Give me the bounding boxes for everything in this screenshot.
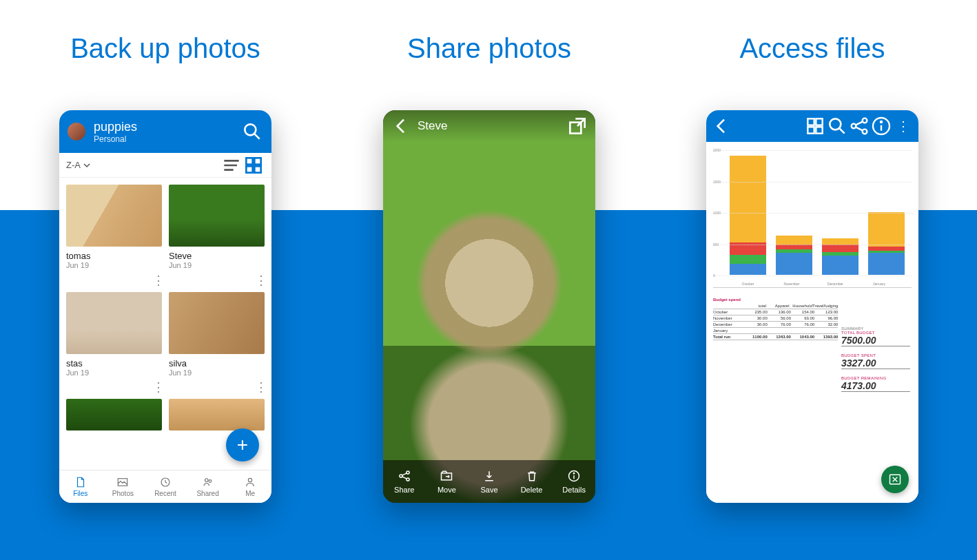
photo[interactable] [383, 110, 595, 503]
more-icon[interactable]: ⋮ [152, 385, 165, 389]
svg-rect-6 [254, 158, 260, 164]
files-toolbar: Z-A [59, 153, 271, 178]
file-name: tomas [66, 251, 162, 261]
viewer-actionbar: Share Move Save Delete Details [383, 460, 595, 503]
file-card[interactable] [66, 399, 162, 446]
viewer-topbar: Steve [383, 110, 595, 142]
file-name: silva [169, 358, 265, 369]
thumbnail [66, 185, 162, 247]
info-icon[interactable] [870, 115, 892, 137]
account-label: Personal [94, 134, 241, 144]
phone-document: ⋮ 0500100015002000OctoberNovemberDecembe… [706, 110, 918, 503]
file-date: Jun 19 [66, 261, 162, 269]
file-card[interactable]: tomas Jun 19 ⋮ [66, 185, 162, 285]
tab-recent[interactable]: Recent [144, 470, 187, 503]
folder-title: puppies [94, 120, 241, 134]
doc-body: 0500100015002000OctoberNovemberDecemberJ… [706, 142, 918, 503]
svg-point-11 [205, 479, 208, 482]
file-card[interactable]: silva Jun 19 ⋮ [169, 292, 265, 393]
action-delete[interactable]: Delete [511, 460, 553, 503]
thumbnail [169, 292, 265, 354]
chart-bar [730, 156, 766, 275]
phone-viewer: Steve Share Move Save Delete [383, 110, 595, 503]
svg-rect-7 [246, 166, 252, 172]
add-fab[interactable]: + [226, 428, 259, 462]
search-icon[interactable] [241, 121, 263, 143]
svg-point-0 [245, 124, 256, 135]
svg-point-12 [209, 480, 212, 483]
action-label: Move [438, 486, 456, 494]
photo-title: Steve [418, 119, 566, 133]
svg-rect-25 [816, 127, 822, 133]
bottom-tabbar: Files Photos Recent Shared Me [59, 470, 271, 503]
file-card[interactable]: stas Jun 19 ⋮ [66, 292, 162, 393]
svg-rect-5 [246, 158, 252, 164]
tab-me[interactable]: Me [229, 470, 271, 503]
file-grid: tomas Jun 19 ⋮ Steve Jun 19 ⋮ stas Jun 1… [59, 178, 271, 446]
svg-point-26 [830, 118, 841, 129]
svg-line-27 [839, 128, 844, 133]
phone-files: puppies Personal Z-A tomas [59, 110, 271, 503]
file-card[interactable]: Steve Jun 19 ⋮ [169, 185, 265, 285]
more-icon[interactable]: ⋮ [892, 115, 914, 137]
search-icon[interactable] [826, 115, 848, 137]
more-icon[interactable]: ⋮ [152, 278, 165, 282]
files-header: puppies Personal [59, 110, 271, 153]
file-date: Jun 19 [169, 369, 265, 377]
chart-bar [776, 236, 812, 275]
action-save[interactable]: Save [468, 460, 511, 503]
thumbnail [169, 185, 265, 247]
summary-total-value: 7500.00 [841, 335, 910, 346]
action-label: Delete [521, 486, 543, 494]
action-details[interactable]: Details [553, 460, 595, 503]
budget-table: Budget spend totalApparelHouseholdTravel… [713, 298, 838, 340]
panel-title-backup: Back up photos [0, 33, 331, 64]
action-label: Details [562, 486, 586, 494]
file-name: stas [66, 358, 162, 369]
more-icon[interactable]: ⋮ [255, 278, 267, 282]
file-date: Jun 19 [169, 261, 265, 269]
back-icon[interactable] [710, 115, 732, 137]
file-name: Steve [169, 251, 265, 261]
share-icon[interactable] [848, 115, 870, 137]
thumbnail [66, 292, 162, 354]
grid-view-icon[interactable] [243, 154, 265, 176]
layout-icon[interactable] [804, 115, 826, 137]
avatar[interactable] [68, 123, 85, 141]
more-icon[interactable]: ⋮ [255, 385, 267, 389]
table-title: Budget spend [713, 298, 838, 302]
open-external-icon[interactable] [566, 115, 588, 137]
tab-label: Files [73, 490, 88, 497]
budget-chart: 0500100015002000OctoberNovemberDecemberJ… [713, 150, 912, 288]
tab-photos[interactable]: Photos [102, 470, 145, 503]
sort-label: Z-A [66, 160, 81, 170]
summary-spent-value: 3327.00 [841, 357, 910, 369]
budget-summary: SUMMARY TOTAL BUDGET 7500.00 BUDGET SPEN… [841, 326, 910, 399]
thumbnail [169, 399, 265, 431]
list-view-icon[interactable] [220, 154, 243, 176]
excel-fab[interactable] [881, 466, 909, 493]
tab-label: Shared [196, 490, 218, 497]
thumbnail [66, 399, 162, 431]
action-label: Share [394, 486, 414, 494]
action-share[interactable]: Share [383, 460, 426, 503]
svg-rect-23 [816, 118, 822, 125]
file-date: Jun 19 [66, 369, 162, 377]
svg-line-1 [254, 134, 259, 138]
panel-title-share: Share photos [331, 33, 648, 64]
tab-label: Photos [112, 490, 134, 497]
panel-title-access: Access files [648, 33, 977, 64]
tab-files[interactable]: Files [59, 470, 102, 503]
tab-shared[interactable]: Shared [187, 470, 229, 503]
doc-header: ⋮ [706, 110, 918, 142]
svg-rect-22 [808, 118, 814, 125]
svg-rect-8 [254, 166, 260, 172]
sort-dropdown[interactable]: Z-A [66, 160, 90, 170]
back-icon[interactable] [390, 115, 412, 137]
svg-rect-24 [808, 127, 814, 133]
action-move[interactable]: Move [426, 460, 469, 503]
tab-label: Me [245, 490, 255, 497]
svg-point-21 [574, 473, 575, 474]
svg-point-13 [249, 478, 252, 481]
action-label: Save [480, 486, 497, 494]
